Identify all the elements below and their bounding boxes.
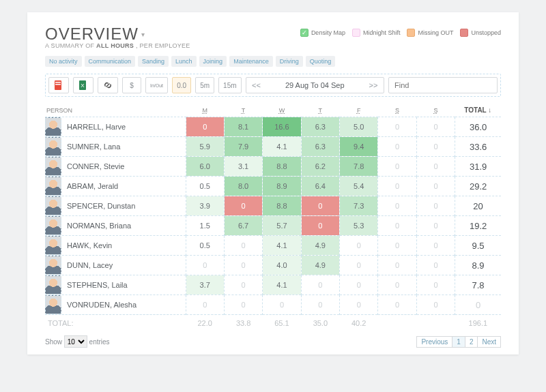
hours-cell[interactable]: 8.8	[263, 157, 300, 176]
page-2-button[interactable]: 2	[465, 336, 478, 348]
hours-cell[interactable]: 0	[417, 137, 455, 156]
hours-cell[interactable]: 8.1	[225, 117, 262, 136]
hours-cell[interactable]: 4.9	[302, 256, 339, 275]
date-next-button[interactable]: >>	[363, 81, 384, 89]
table-row[interactable]: NORMANS, Briana1.56.75.705.30019.2	[45, 216, 501, 236]
hours-cell[interactable]: 4.0	[263, 256, 300, 275]
hours-cell[interactable]: 3.9	[186, 196, 224, 215]
hours-cell[interactable]: 0	[417, 196, 455, 215]
col-total[interactable]: TOTAL ↓	[455, 102, 501, 117]
col-day-wed[interactable]: W	[263, 102, 301, 117]
hours-cell[interactable]: 6.3	[302, 137, 339, 156]
hours-cell[interactable]: 0	[302, 196, 339, 215]
hours-cell[interactable]: 0	[378, 177, 416, 196]
table-row[interactable]: CONNER, Stevie6.03.18.86.27.80031.9	[45, 157, 501, 177]
hours-cell[interactable]: 5.0	[340, 117, 377, 136]
hours-cell[interactable]: 0	[378, 157, 416, 176]
hours-cell[interactable]: 0	[225, 295, 262, 314]
legend-missing[interactable]: Missing OUT	[407, 29, 453, 37]
hours-cell[interactable]: 5.7	[263, 216, 300, 235]
hours-cell[interactable]: 0	[378, 196, 416, 215]
filter-chip[interactable]: Driving	[276, 56, 303, 67]
hours-cell[interactable]: 0	[340, 295, 377, 314]
hours-cell[interactable]: 0	[417, 256, 455, 275]
table-row[interactable]: ABRAM, Jerald0.58.08.96.45.40029.2	[45, 177, 501, 196]
hours-cell[interactable]: 0	[340, 236, 377, 255]
hours-cell[interactable]: 4.9	[302, 236, 339, 255]
date-range-label[interactable]: 29 Aug To 04 Sep	[267, 81, 363, 89]
hours-cell[interactable]: 0	[340, 275, 377, 295]
hours-cell[interactable]: 0	[378, 216, 416, 235]
page-size-select[interactable]: 10	[64, 335, 87, 348]
hours-cell[interactable]: 6.4	[302, 177, 339, 196]
col-day-fri[interactable]: F	[340, 102, 378, 117]
hours-cell[interactable]: 6.3	[302, 117, 339, 136]
hours-cell[interactable]: 0	[263, 295, 300, 314]
hours-cell[interactable]: 8.0	[225, 177, 262, 196]
page-1-button[interactable]: 1	[452, 336, 465, 348]
filter-chip[interactable]: Maintenance	[229, 56, 273, 67]
hours-cell[interactable]: 0	[378, 137, 416, 156]
hours-cell[interactable]: 0	[225, 256, 262, 275]
round-15m[interactable]: 15m	[218, 77, 241, 93]
col-day-tue[interactable]: T	[224, 102, 262, 117]
export-excel-button[interactable]: X	[73, 77, 94, 93]
hours-cell[interactable]: 6.0	[186, 157, 224, 176]
filter-chip[interactable]: Joining	[199, 56, 227, 67]
hours-cell[interactable]: 5.4	[340, 177, 377, 196]
currency-toggle[interactable]: $	[122, 77, 141, 93]
hours-cell[interactable]: 6.7	[225, 216, 262, 235]
filter-chip[interactable]: Communication	[85, 56, 136, 67]
hours-cell[interactable]: 0	[417, 275, 455, 295]
hours-cell[interactable]: 3.1	[225, 157, 262, 176]
link-button[interactable]	[98, 77, 118, 93]
hours-cell[interactable]: 8.9	[263, 177, 300, 196]
hours-cell[interactable]: 1.5	[186, 216, 224, 235]
table-row[interactable]: HAWK, Kevin0.504.14.90009.5	[45, 236, 501, 256]
hours-cell[interactable]: 0	[225, 196, 262, 215]
legend-unstopped[interactable]: Unstopped	[460, 29, 501, 37]
prev-page-button[interactable]: Previous	[416, 336, 452, 348]
legend-midnight[interactable]: Midnight Shift	[352, 29, 401, 37]
hours-cell[interactable]: 7.8	[340, 157, 377, 176]
hours-cell[interactable]: 4.1	[263, 137, 300, 156]
hours-cell[interactable]: 0	[378, 256, 416, 275]
hours-cell[interactable]: 4.1	[263, 236, 300, 255]
round-5m[interactable]: 5m	[195, 77, 214, 93]
zero-threshold[interactable]: 0.0	[172, 77, 191, 93]
hours-cell[interactable]: 0	[417, 216, 455, 235]
filter-chip[interactable]: Quoting	[306, 56, 336, 67]
table-row[interactable]: SUMNER, Lana5.97.94.16.39.40033.6	[45, 137, 501, 157]
hours-cell[interactable]: 0	[186, 117, 224, 136]
hours-cell[interactable]: 0	[302, 295, 339, 314]
hours-cell[interactable]: 0	[302, 275, 339, 295]
hours-cell[interactable]: 0	[417, 236, 455, 255]
hours-cell[interactable]: 7.3	[340, 196, 377, 215]
hours-cell[interactable]: 0	[302, 216, 339, 235]
hours-cell[interactable]: 16.6	[263, 117, 300, 136]
col-day-sat[interactable]: S	[378, 102, 416, 117]
table-row[interactable]: DUNN, Lacey004.04.90008.9	[45, 256, 501, 275]
hours-cell[interactable]: 0	[225, 236, 262, 255]
hours-cell[interactable]: 8.8	[263, 196, 300, 215]
hours-cell[interactable]: 0	[186, 295, 224, 314]
page-title[interactable]: OVERVIEW ▾	[45, 25, 145, 44]
hours-cell[interactable]: 0	[186, 256, 224, 275]
legend-density[interactable]: Density Map	[300, 29, 345, 37]
search-input[interactable]	[388, 77, 498, 93]
table-row[interactable]: SPENCER, Dunstan3.908.807.30020	[45, 196, 501, 216]
col-day-thu[interactable]: T	[301, 102, 339, 117]
hours-cell[interactable]: 6.2	[302, 157, 339, 176]
col-person[interactable]: PERSON	[45, 102, 186, 117]
hours-cell[interactable]: 3.7	[186, 275, 224, 295]
hours-cell[interactable]: 0	[225, 275, 262, 295]
export-pdf-button[interactable]	[48, 77, 69, 93]
hours-cell[interactable]: 0	[417, 177, 455, 196]
next-page-button[interactable]: Next	[477, 336, 501, 348]
hours-cell[interactable]: 0	[378, 117, 416, 136]
hours-cell[interactable]: 0	[417, 157, 455, 176]
hours-cell[interactable]: 5.9	[186, 137, 224, 156]
inout-toggle[interactable]: In/Out	[145, 77, 168, 93]
hours-cell[interactable]: 0	[378, 275, 416, 295]
col-day-mon[interactable]: M	[186, 102, 224, 117]
